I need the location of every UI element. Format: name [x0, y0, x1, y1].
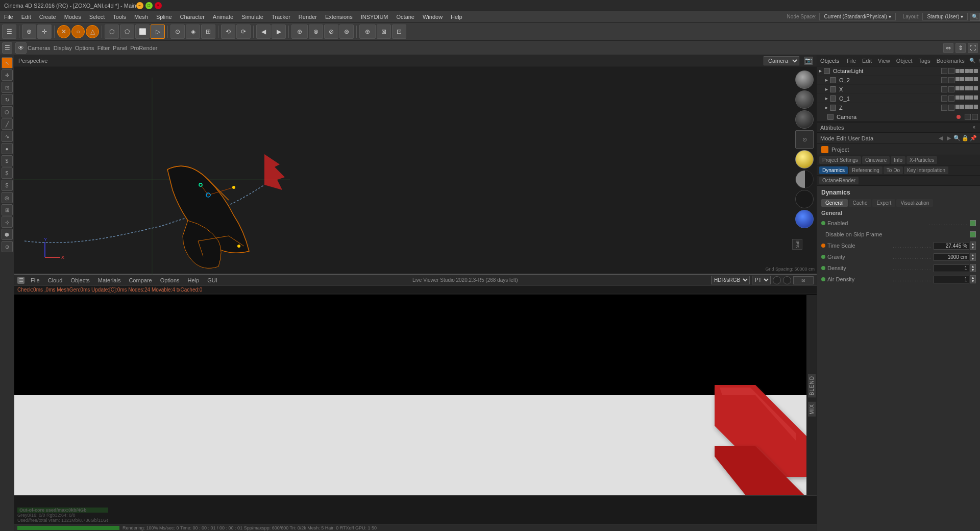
- lv-materials[interactable]: Materials: [96, 277, 123, 283]
- menu-file[interactable]: File: [0, 11, 17, 22]
- blend-button[interactable]: BLEND: [808, 374, 816, 397]
- obj-octanelight[interactable]: ▸ OctaneLight: [817, 66, 980, 76]
- subtab-dynamics[interactable]: Dynamics: [819, 166, 848, 174]
- minimize-button[interactable]: −: [136, 2, 143, 9]
- obj-search-icon[interactable]: 🔍: [969, 57, 975, 64]
- menu-character[interactable]: Character: [176, 11, 209, 22]
- toolbar-move[interactable]: ✛: [37, 25, 52, 39]
- tb2-menu[interactable]: ☰: [2, 42, 12, 54]
- tool-s3[interactable]: $: [2, 180, 13, 191]
- obj-header-view[interactable]: View: [876, 58, 892, 64]
- attr-close-btn[interactable]: ×: [971, 125, 977, 130]
- attr-gravity-input[interactable]: [934, 253, 969, 261]
- menu-spline[interactable]: Spline: [152, 11, 176, 22]
- nav-sphere-6[interactable]: [795, 190, 814, 208]
- viewport-perspective-label[interactable]: Perspective: [18, 58, 47, 64]
- lv-menu-icon[interactable]: ☰: [17, 277, 24, 284]
- nav-sphere-4[interactable]: ⊙: [795, 130, 814, 149]
- nav-sphere-blue[interactable]: [795, 210, 814, 228]
- tool-material[interactable]: ⊙: [2, 241, 13, 252]
- camera-icon[interactable]: 📷: [804, 57, 813, 65]
- hdr-select[interactable]: HDR/sRGB: [711, 276, 750, 284]
- tool-view[interactable]: ⬢: [2, 229, 13, 240]
- dyntab-visualization[interactable]: Visualization: [896, 199, 933, 207]
- menu-insydium[interactable]: INSYDIUM: [357, 11, 393, 22]
- lv-cloud[interactable]: Cloud: [46, 277, 65, 283]
- attr-tab-userdata[interactable]: User Data: [848, 135, 874, 141]
- obj-header-bookmarks[interactable]: Bookmarks: [935, 58, 966, 64]
- menu-create[interactable]: Create: [35, 11, 60, 22]
- subtab-referencing[interactable]: Referencing: [849, 166, 883, 174]
- attr-search-icon[interactable]: 🔍: [953, 135, 961, 142]
- tool-paint[interactable]: ◎: [2, 192, 13, 203]
- lv-btn2[interactable]: [783, 276, 791, 284]
- toolbar-menu-btn[interactable]: ☰: [2, 25, 16, 39]
- tb2-filter[interactable]: Filter: [97, 45, 110, 51]
- lv-btn3[interactable]: ⊠: [793, 276, 814, 284]
- attr-tab-mode[interactable]: Mode: [820, 135, 835, 141]
- tool-grid[interactable]: ⊞: [2, 204, 13, 215]
- tb2-fullscreen[interactable]: ⛶: [968, 43, 978, 53]
- toolbar-render3[interactable]: ⊘: [324, 25, 338, 39]
- toolbar-polygons[interactable]: ⬜: [135, 25, 150, 39]
- attr-airdensity-spin[interactable]: ▲ ▼: [970, 275, 976, 283]
- obj-header-file[interactable]: File: [845, 58, 857, 64]
- menu-select[interactable]: Select: [85, 11, 109, 22]
- attr-timescale-spin[interactable]: ▲ ▼: [970, 242, 976, 250]
- toolbar-project3[interactable]: ⊡: [392, 25, 406, 39]
- nav-sphere-3[interactable]: [795, 110, 814, 129]
- lv-gui[interactable]: GUI: [205, 277, 219, 283]
- toolbar-nav-prev[interactable]: ◀: [256, 25, 271, 39]
- tb2-options[interactable]: Options: [75, 45, 94, 51]
- attr-gravity-spin[interactable]: ▲ ▼: [970, 253, 976, 261]
- menu-simulate[interactable]: Simulate: [237, 11, 267, 22]
- tool-spline[interactable]: ∿: [2, 131, 13, 142]
- nav-sphere-sun[interactable]: [795, 150, 814, 168]
- tool-measure[interactable]: ⊹: [2, 216, 13, 228]
- mix-button[interactable]: MIX: [808, 402, 816, 417]
- lv-file[interactable]: File: [29, 277, 42, 283]
- maximize-button[interactable]: □: [145, 2, 153, 9]
- lv-options[interactable]: Options: [158, 277, 182, 283]
- close-button[interactable]: ×: [155, 2, 162, 9]
- ies-label[interactable]: IES: [792, 239, 802, 250]
- pt-select[interactable]: PT: [752, 276, 771, 284]
- node-space-select[interactable]: Current (Standard/Physical) ▾: [819, 13, 895, 20]
- toolbar-nav-next[interactable]: ▶: [272, 25, 286, 39]
- tool-edge[interactable]: ╱: [2, 118, 13, 130]
- lv-btn1[interactable]: [773, 276, 781, 284]
- tool-sculpt[interactable]: ●: [2, 143, 13, 154]
- attr-lock-icon[interactable]: 🔒: [962, 135, 969, 142]
- toolbar-rotate-y[interactable]: ○: [71, 25, 85, 38]
- nav-sphere-2[interactable]: [795, 90, 814, 109]
- toolbar-grid[interactable]: ⊞: [201, 25, 215, 39]
- subtab-xparticles[interactable]: X-Particles: [906, 156, 937, 164]
- subtab-info[interactable]: Info: [891, 156, 905, 164]
- tool-scale[interactable]: ⊡: [2, 82, 13, 93]
- camera-select[interactable]: Camera: [764, 56, 799, 65]
- attr-timescale-input[interactable]: [934, 242, 969, 250]
- attr-airdensity-input[interactable]: [934, 276, 969, 283]
- tb2-display[interactable]: Display: [54, 45, 72, 51]
- toolbar-project2[interactable]: ⊠: [377, 25, 391, 39]
- attr-enabled-checkbox[interactable]: [970, 220, 976, 226]
- toolbar-render4[interactable]: ⊛: [339, 25, 354, 39]
- attr-density-input[interactable]: [934, 264, 969, 272]
- obj-camera[interactable]: Camera: [817, 112, 980, 122]
- toolbar-points[interactable]: ⬡: [105, 25, 119, 39]
- attr-tab-edit[interactable]: Edit: [837, 135, 846, 141]
- tb2-view[interactable]: 👁: [15, 42, 27, 54]
- tool-poly[interactable]: ⬡: [2, 106, 13, 117]
- attr-density-spin[interactable]: ▲ ▼: [970, 264, 976, 272]
- tb2-expand[interactable]: ⇔: [943, 43, 953, 53]
- menu-window[interactable]: Window: [419, 11, 447, 22]
- lv-objects[interactable]: Objects: [68, 277, 91, 283]
- attr-fwd-btn[interactable]: ▶: [945, 135, 952, 142]
- subtab-todo[interactable]: To Do: [884, 166, 903, 174]
- attr-pin-icon[interactable]: 📌: [970, 135, 977, 142]
- menu-animate[interactable]: Animate: [209, 11, 237, 22]
- subtab-octanerender[interactable]: OctaneRender: [819, 177, 859, 184]
- lv-compare[interactable]: Compare: [127, 277, 154, 283]
- toolbar-rotate-z[interactable]: △: [86, 25, 99, 38]
- tb2-cameras[interactable]: Cameras: [28, 45, 51, 51]
